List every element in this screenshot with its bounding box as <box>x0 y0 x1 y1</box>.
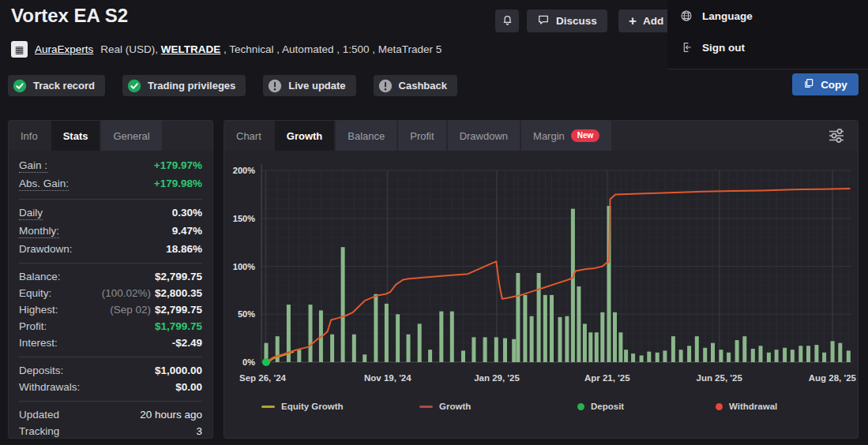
legend-label: Growth <box>439 402 471 411</box>
svg-text:Jan 29, '25: Jan 29, '25 <box>474 373 520 383</box>
chat-icon <box>537 13 550 28</box>
user-dropdown-menu: Language Sign out <box>667 0 868 69</box>
svg-text:50%: 50% <box>238 309 255 319</box>
stat-row-daily: Daily0.30% <box>19 204 202 222</box>
stat-value-muted: (Sep 02) <box>110 304 151 316</box>
badge-track-record[interactable]: Track record <box>8 75 105 96</box>
filter-sliders-icon[interactable] <box>826 126 847 145</box>
tab-chart[interactable]: Chart <box>224 121 273 151</box>
chart-panel: ChartGrowthBalanceProfitDrawdownMarginNe… <box>224 120 859 439</box>
stat-label: Profit: <box>19 320 47 332</box>
stats-tabstrip: InfoStatsGeneral <box>9 121 212 151</box>
stat-value: $1,000.00 <box>155 365 202 376</box>
stat-row-equity: Equity:(100.02%)$2,800.35 <box>19 285 202 301</box>
tab-growth[interactable]: Growth <box>275 121 335 151</box>
badge-label: Cashback <box>399 80 447 92</box>
bell-icon <box>501 13 514 29</box>
stat-row-deposits: Deposits:$1,000.00 <box>19 362 202 379</box>
new-badge: New <box>571 129 600 142</box>
stat-value: $2,799.75 <box>155 271 202 282</box>
check-circle-icon <box>13 79 27 93</box>
stats-table: Gain :+179.97%Abs. Gain:+179.98%Daily0.3… <box>9 151 212 445</box>
menu-item-sign-out[interactable]: Sign out <box>667 32 868 63</box>
discuss-button[interactable]: Discuss <box>527 9 607 32</box>
legend-item-growth[interactable]: Growth <box>419 402 471 411</box>
legend-item-withdrawal[interactable]: Withdrawal <box>716 402 777 411</box>
broker-link[interactable]: WELTRADE <box>161 43 221 55</box>
tab-label: Margin <box>533 130 565 142</box>
stat-value: +179.97% <box>154 159 202 171</box>
tab-label: Balance <box>348 130 385 142</box>
stat-row-tracking: Tracking3 <box>19 423 202 439</box>
chart-tabstrip: ChartGrowthBalanceProfitDrawdownMarginNe… <box>224 121 858 151</box>
stat-row-withdrawals: Withdrawals:$0.00 <box>19 379 202 395</box>
tab-general[interactable]: General <box>101 121 161 151</box>
badge-label: Track record <box>33 80 95 92</box>
stat-row-updated: Updated20 hours ago <box>19 406 202 423</box>
legend-label: Deposit <box>591 402 624 411</box>
stat-row-highest: Highest:(Sep 02)$2,799.75 <box>19 301 202 318</box>
stat-row-abs-gain: Abs. Gain:+179.98% <box>19 175 202 193</box>
tab-info[interactable]: Info <box>9 121 50 151</box>
exclamation-circle-icon <box>268 79 282 93</box>
tab-drawdown[interactable]: Drawdown <box>448 121 520 151</box>
stat-row-balance: Balance:$2,799.75 <box>19 268 202 285</box>
stat-row-gain: Gain :+179.97% <box>19 157 202 175</box>
stat-value: 9.47% <box>172 225 202 237</box>
svg-text:Nov 19, '24: Nov 19, '24 <box>364 373 411 383</box>
stat-label: Abs. Gain: <box>19 178 69 191</box>
growth-chart[interactable]: 0%50%100%150%200%Sep 26, '24Nov 19, '24J… <box>224 151 858 392</box>
stat-group: Daily0.30%Monthly:9.47%Drawdown:18.86% <box>19 199 202 263</box>
stat-label: Balance: <box>19 271 61 282</box>
stat-label: Monthly: <box>19 225 59 238</box>
stat-row-profit: Profit:$1,799.75 <box>19 318 202 335</box>
badge-cashback[interactable]: Cashback <box>374 75 457 96</box>
tab-label: Info <box>21 130 38 142</box>
chart-legend: Equity GrowthGrowthDepositWithdrawal <box>224 397 858 421</box>
notifications-button[interactable] <box>495 9 519 32</box>
stat-row-drawdown: Drawdown:18.86% <box>19 241 202 257</box>
stat-label: Daily <box>19 207 43 220</box>
page: { "header": { "title": "Vortex EA S2", "… <box>0 0 868 445</box>
tab-stats[interactable]: Stats <box>51 121 100 151</box>
stats-panel: InfoStatsGeneral Gain :+179.97%Abs. Gain… <box>8 120 213 439</box>
legend-swatch <box>261 406 275 408</box>
plus-icon: + <box>629 14 637 28</box>
account-summary: ▦ AuraExperts Real (USD), WELTRADE , Tec… <box>11 41 442 58</box>
account-owner-link[interactable]: AuraExperts <box>35 43 93 55</box>
badge-trading-privileges[interactable]: Trading privileges <box>122 75 246 96</box>
tab-profit[interactable]: Profit <box>398 121 445 151</box>
stat-group: Updated20 hours agoTracking3 <box>19 401 202 445</box>
tab-balance[interactable]: Balance <box>336 121 396 151</box>
tab-margin[interactable]: MarginNew <box>521 121 611 151</box>
stat-value: (Sep 02)$2,799.75 <box>110 304 202 316</box>
stat-value: 18.86% <box>166 243 202 255</box>
stat-value: $0.00 <box>175 381 202 393</box>
tab-label: Stats <box>63 130 88 142</box>
svg-text:150%: 150% <box>233 214 255 223</box>
tab-label: General <box>113 130 149 142</box>
legend-swatch <box>577 403 584 410</box>
stat-group: Deposits:$1,000.00Withdrawals:$0.00 <box>19 357 202 401</box>
stat-label: Tracking <box>19 425 59 437</box>
stat-value: $1,799.75 <box>155 320 202 332</box>
svg-text:Jun 25, '25: Jun 25, '25 <box>696 373 742 383</box>
menu-item-language[interactable]: Language <box>667 0 868 32</box>
svg-text:Apr 21, '25: Apr 21, '25 <box>584 373 630 383</box>
stat-label: Drawdown: <box>19 243 73 255</box>
stat-value: 20 hours ago <box>140 409 202 421</box>
badge-live-update[interactable]: Live update <box>263 75 355 96</box>
stat-label: Interest: <box>19 337 58 349</box>
stat-label: Gain : <box>19 159 47 173</box>
legend-label: Withdrawal <box>729 402 777 411</box>
tab-label: Chart <box>236 130 261 142</box>
account-avatar: ▦ <box>11 41 28 58</box>
stat-group: Balance:$2,799.75Equity:(100.02%)$2,800.… <box>19 263 202 357</box>
legend-swatch <box>716 403 723 410</box>
tab-label: Drawdown <box>460 130 508 142</box>
copy-button[interactable]: Copy <box>792 73 859 95</box>
svg-text:200%: 200% <box>233 166 255 175</box>
legend-item-equity-growth[interactable]: Equity Growth <box>261 402 344 411</box>
legend-item-deposit[interactable]: Deposit <box>577 402 624 411</box>
badge-label: Live update <box>288 80 345 92</box>
